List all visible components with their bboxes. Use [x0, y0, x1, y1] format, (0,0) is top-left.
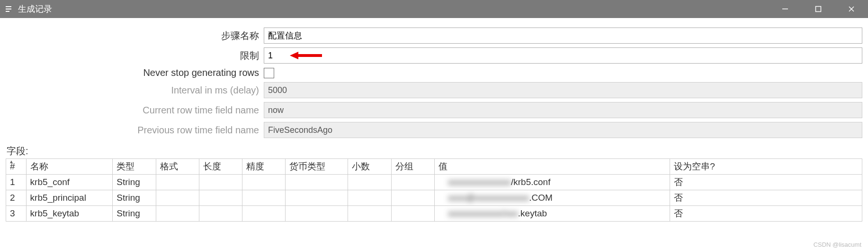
- close-button[interactable]: [835, 0, 868, 18]
- cell-value[interactable]: xxxxxxxxxxxx/xxx.keytab: [435, 206, 670, 222]
- checkbox-never-stop[interactable]: [264, 68, 274, 78]
- row-previous-row: Previous row time field name: [6, 122, 862, 138]
- label-previous-row: Previous row time field name: [6, 125, 264, 136]
- cell-name[interactable]: krb5_conf: [26, 175, 113, 190]
- cell-format[interactable]: [156, 175, 199, 190]
- input-current-row: [264, 102, 862, 118]
- cell-index[interactable]: 1: [6, 175, 27, 190]
- cell-decimal[interactable]: [348, 190, 391, 206]
- cell-group[interactable]: [391, 206, 434, 222]
- svg-rect-3: [782, 9, 788, 9]
- cell-length[interactable]: [199, 175, 242, 190]
- maximize-button[interactable]: [802, 0, 835, 18]
- window-title: 生成记录: [18, 3, 52, 15]
- cell-precision[interactable]: [242, 175, 286, 190]
- cell-setnull[interactable]: 否: [670, 190, 862, 206]
- cell-decimal[interactable]: [348, 175, 391, 190]
- cell-currency[interactable]: [286, 175, 348, 190]
- svg-rect-2: [6, 11, 9, 12]
- cell-group[interactable]: [391, 175, 434, 190]
- cell-type[interactable]: String: [113, 206, 156, 222]
- form-area: 步骤名称 限制 Never stop generating rows Inter…: [0, 18, 868, 144]
- svg-rect-0: [6, 6, 11, 7]
- col-header-setnull[interactable]: 设为空串?: [670, 159, 862, 175]
- cell-length[interactable]: [199, 190, 242, 206]
- cell-type[interactable]: String: [113, 190, 156, 206]
- cell-precision[interactable]: [242, 206, 286, 222]
- watermark: CSDN @lisacumt: [814, 241, 861, 248]
- col-header-decimal[interactable]: 小数: [348, 159, 391, 175]
- col-header-group[interactable]: 分组: [391, 159, 434, 175]
- minimize-button[interactable]: [769, 0, 802, 18]
- table-row[interactable]: 1krb5_confStringxxxxxxxxxxxxxx/krb5.conf…: [6, 175, 862, 190]
- col-header-length[interactable]: 长度: [199, 159, 242, 175]
- cell-currency[interactable]: [286, 190, 348, 206]
- col-header-type[interactable]: 类型: [113, 159, 156, 175]
- input-previous-row: [264, 122, 862, 138]
- cell-format[interactable]: [156, 190, 199, 206]
- cell-group[interactable]: [391, 190, 434, 206]
- col-header-value[interactable]: 值: [435, 159, 670, 175]
- row-step-name: 步骤名称: [6, 28, 862, 44]
- cell-type[interactable]: String: [113, 175, 156, 190]
- cell-index[interactable]: 2: [6, 190, 27, 206]
- fields-table-wrap: ▲# 名称 类型 格式 长度 精度 货币类型 小数 分组 值 设为空串? 1kr…: [0, 158, 868, 222]
- label-limit: 限制: [6, 49, 264, 62]
- svg-rect-4: [816, 7, 821, 12]
- fields-section-label: 字段:: [0, 144, 868, 158]
- row-limit: 限制: [6, 47, 862, 64]
- sort-caret-icon: ▲: [9, 159, 14, 164]
- col-header-currency[interactable]: 货币类型: [286, 159, 348, 175]
- cell-value[interactable]: xxxx@xxxxxxxxxxxx.COM: [435, 190, 670, 206]
- row-interval: Interval in ms (delay): [6, 82, 862, 98]
- input-interval: [264, 82, 862, 98]
- app-icon: [5, 4, 14, 14]
- input-step-name[interactable]: [264, 28, 862, 44]
- cell-name[interactable]: krb5_keytab: [26, 206, 113, 222]
- col-header-index[interactable]: ▲#: [6, 159, 27, 175]
- fields-table: ▲# 名称 类型 格式 长度 精度 货币类型 小数 分组 值 设为空串? 1kr…: [6, 158, 862, 222]
- col-header-precision[interactable]: 精度: [242, 159, 286, 175]
- row-never-stop: Never stop generating rows: [6, 67, 862, 78]
- label-never-stop: Never stop generating rows: [6, 67, 264, 78]
- cell-currency[interactable]: [286, 206, 348, 222]
- table-header-row: ▲# 名称 类型 格式 长度 精度 货币类型 小数 分组 值 设为空串?: [6, 159, 862, 175]
- label-interval: Interval in ms (delay): [6, 85, 264, 96]
- cell-value[interactable]: xxxxxxxxxxxxxx/krb5.conf: [435, 175, 670, 190]
- label-step-name: 步骤名称: [6, 29, 264, 42]
- table-row[interactable]: 3krb5_keytabStringxxxxxxxxxxxx/xxx.keyta…: [6, 206, 862, 222]
- cell-length[interactable]: [199, 206, 242, 222]
- cell-format[interactable]: [156, 206, 199, 222]
- cell-name[interactable]: krb5_principal: [26, 190, 113, 206]
- cell-setnull[interactable]: 否: [670, 206, 862, 222]
- cell-precision[interactable]: [242, 190, 286, 206]
- titlebar: 生成记录: [0, 0, 868, 18]
- cell-index[interactable]: 3: [6, 206, 27, 222]
- cell-decimal[interactable]: [348, 206, 391, 222]
- table-row[interactable]: 2krb5_principalStringxxxx@xxxxxxxxxxxx.C…: [6, 190, 862, 206]
- svg-rect-1: [6, 9, 11, 9]
- label-current-row: Current row time field name: [6, 105, 264, 116]
- col-header-format[interactable]: 格式: [156, 159, 199, 175]
- col-header-name[interactable]: 名称: [26, 159, 113, 175]
- input-limit[interactable]: [264, 47, 862, 64]
- cell-setnull[interactable]: 否: [670, 175, 862, 190]
- row-current-row: Current row time field name: [6, 102, 862, 118]
